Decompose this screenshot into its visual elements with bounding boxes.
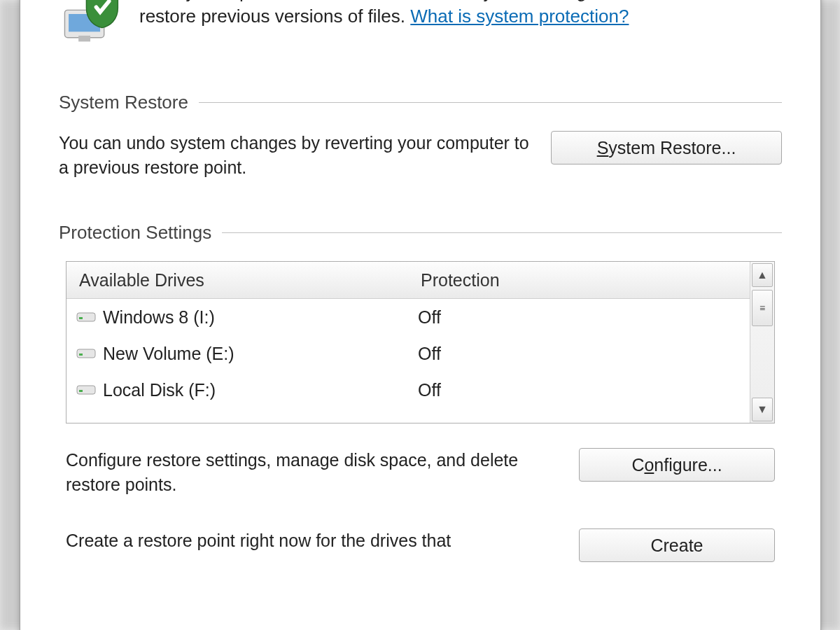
scroll-thumb[interactable]: ≡ [752, 290, 773, 326]
drive-protection-status: Off [418, 344, 774, 364]
hard-drive-icon [76, 310, 96, 324]
drive-name: Local Disk (F:) [103, 380, 216, 400]
hard-drive-icon [76, 346, 96, 360]
system-restore-description: You can undo system changes by reverting… [59, 131, 530, 180]
drive-protection-status: Off [418, 380, 774, 400]
column-header-protection[interactable]: Protection [421, 270, 774, 290]
intro-line2: restore previous versions of files. [139, 6, 410, 27]
drives-list: Available Drives Protection Windows 8 (I… [66, 261, 775, 424]
configure-button-rest: nfigure... [654, 455, 722, 475]
protection-settings-section-label: Protection Settings [59, 222, 211, 244]
system-protection-shield-icon [59, 0, 122, 50]
svg-rect-4 [79, 317, 83, 319]
system-restore-button-rest: ystem Restore... [608, 138, 736, 158]
configure-button-accel: o [644, 455, 654, 475]
column-header-available-drives[interactable]: Available Drives [66, 270, 421, 290]
create-button-label: Create [650, 536, 703, 555]
svg-rect-8 [79, 390, 83, 392]
configure-description: Configure restore settings, manage disk … [66, 448, 558, 497]
drives-list-header: Available Drives Protection [66, 262, 774, 299]
drive-row[interactable]: Local Disk (F:) Off [66, 372, 774, 408]
protection-settings-section-header: Protection Settings [59, 222, 782, 244]
system-protection-panel: Use system protection to undo unwanted s… [20, 0, 821, 630]
system-restore-section-header: System Restore [59, 92, 782, 113]
scrollbar[interactable]: ▲ ≡ ▼ [750, 262, 774, 423]
configure-button-prefix: C [631, 455, 644, 475]
divider-line [199, 102, 782, 103]
hard-drive-icon [76, 383, 96, 397]
drive-row[interactable]: New Volume (E:) Off [66, 335, 774, 372]
intro-text: Use system protection to undo unwanted s… [139, 0, 641, 29]
configure-button[interactable]: Configure... [579, 448, 775, 482]
system-restore-button-accel: S [597, 138, 609, 158]
drive-row[interactable]: Windows 8 (I:) Off [66, 299, 774, 335]
intro-line1: Use system protection to undo unwanted s… [139, 0, 641, 2]
what-is-system-protection-link[interactable]: What is system protection? [410, 6, 629, 27]
svg-rect-2 [78, 36, 90, 41]
divider-line [222, 232, 782, 233]
drive-name: New Volume (E:) [103, 344, 234, 364]
scroll-up-button[interactable]: ▲ [752, 263, 773, 287]
create-button[interactable]: Create [579, 528, 775, 562]
drive-name: Windows 8 (I:) [103, 307, 215, 328]
create-description: Create a restore point right now for the… [66, 528, 558, 553]
system-restore-section-label: System Restore [59, 92, 188, 113]
system-restore-button[interactable]: System Restore... [551, 131, 782, 164]
drive-protection-status: Off [418, 307, 774, 328]
svg-rect-6 [79, 354, 83, 356]
scroll-down-button[interactable]: ▼ [752, 398, 773, 421]
scroll-track[interactable] [750, 328, 774, 396]
